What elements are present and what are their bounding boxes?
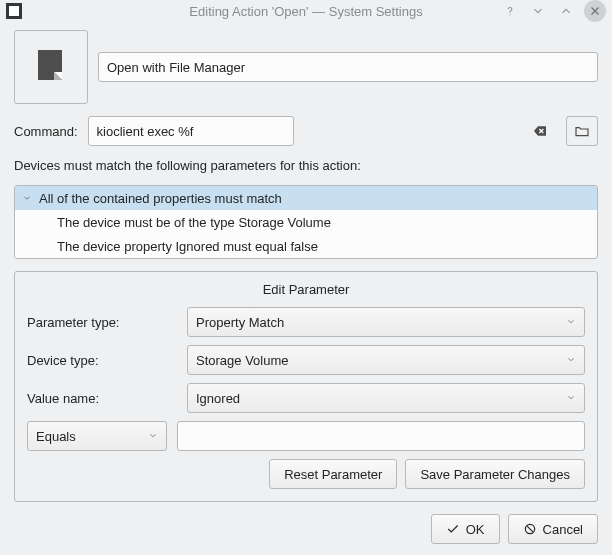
chevron-down-icon bbox=[566, 391, 576, 406]
name-row bbox=[14, 30, 598, 104]
expand-icon[interactable] bbox=[15, 193, 39, 203]
value-name-select[interactable]: Ignored bbox=[187, 383, 585, 413]
tree-item-label: The device property Ignored must equal f… bbox=[57, 239, 318, 254]
param-type-value: Property Match bbox=[196, 315, 284, 330]
window-title: Editing Action 'Open' — System Settings bbox=[0, 4, 612, 19]
ok-label: OK bbox=[466, 522, 485, 537]
svg-line-7 bbox=[527, 526, 533, 532]
chevron-down-icon bbox=[566, 315, 576, 330]
value-name-row: Value name: Ignored bbox=[27, 383, 585, 413]
match-hint: Devices must match the following paramet… bbox=[14, 158, 598, 173]
action-name-input[interactable] bbox=[98, 52, 598, 82]
value-name-value: Ignored bbox=[196, 391, 240, 406]
dialog-window: Editing Action 'Open' — System Settings bbox=[0, 0, 612, 555]
group-buttons: Reset Parameter Save Parameter Changes bbox=[27, 459, 585, 489]
folder-open-icon bbox=[574, 123, 590, 139]
device-type-row: Device type: Storage Volume bbox=[27, 345, 585, 375]
operator-select[interactable]: Equals bbox=[27, 421, 167, 451]
ok-button[interactable]: OK bbox=[431, 514, 500, 544]
command-row: Command: bbox=[14, 116, 598, 146]
cancel-icon bbox=[523, 522, 537, 536]
save-parameter-button[interactable]: Save Parameter Changes bbox=[405, 459, 585, 489]
tree-root-label: All of the contained properties must mat… bbox=[39, 191, 282, 206]
titlebar: Editing Action 'Open' — System Settings bbox=[0, 0, 612, 22]
command-label: Command: bbox=[14, 124, 78, 139]
chevron-down-icon bbox=[566, 353, 576, 368]
value-row: Equals bbox=[27, 421, 585, 451]
chevron-down-icon bbox=[148, 429, 158, 444]
check-icon bbox=[446, 522, 460, 536]
tree-item-label: The device must be of the type Storage V… bbox=[57, 215, 331, 230]
operator-value: Equals bbox=[36, 429, 76, 444]
group-title: Edit Parameter bbox=[27, 282, 585, 297]
document-icon bbox=[30, 46, 72, 88]
parameter-tree[interactable]: All of the contained properties must mat… bbox=[14, 185, 598, 259]
command-input-wrapper bbox=[88, 116, 556, 146]
browse-button[interactable] bbox=[566, 116, 598, 146]
value-name-label: Value name: bbox=[27, 391, 177, 406]
param-type-label: Parameter type: bbox=[27, 315, 177, 330]
edit-parameter-group: Edit Parameter Parameter type: Property … bbox=[14, 271, 598, 502]
reset-label: Reset Parameter bbox=[284, 467, 382, 482]
tree-item[interactable]: The device property Ignored must equal f… bbox=[15, 234, 597, 258]
clear-input-icon[interactable] bbox=[532, 123, 548, 139]
device-type-select[interactable]: Storage Volume bbox=[187, 345, 585, 375]
command-input[interactable] bbox=[88, 116, 294, 146]
dialog-footer: OK Cancel bbox=[14, 514, 598, 544]
dialog-content: Command: Devices must match the followin… bbox=[0, 22, 612, 555]
reset-parameter-button[interactable]: Reset Parameter bbox=[269, 459, 397, 489]
value-input[interactable] bbox=[177, 421, 585, 451]
action-icon-button[interactable] bbox=[14, 30, 88, 104]
device-type-value: Storage Volume bbox=[196, 353, 289, 368]
param-type-select[interactable]: Property Match bbox=[187, 307, 585, 337]
device-type-label: Device type: bbox=[27, 353, 177, 368]
tree-item[interactable]: The device must be of the type Storage V… bbox=[15, 210, 597, 234]
tree-root[interactable]: All of the contained properties must mat… bbox=[15, 186, 597, 210]
cancel-button[interactable]: Cancel bbox=[508, 514, 598, 544]
param-type-row: Parameter type: Property Match bbox=[27, 307, 585, 337]
save-label: Save Parameter Changes bbox=[420, 467, 570, 482]
cancel-label: Cancel bbox=[543, 522, 583, 537]
